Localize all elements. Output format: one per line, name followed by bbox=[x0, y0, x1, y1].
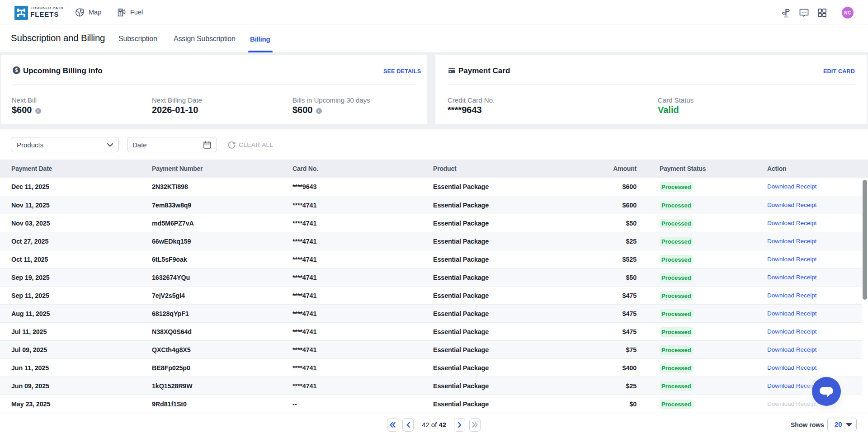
svg-text:$: $ bbox=[15, 68, 18, 73]
